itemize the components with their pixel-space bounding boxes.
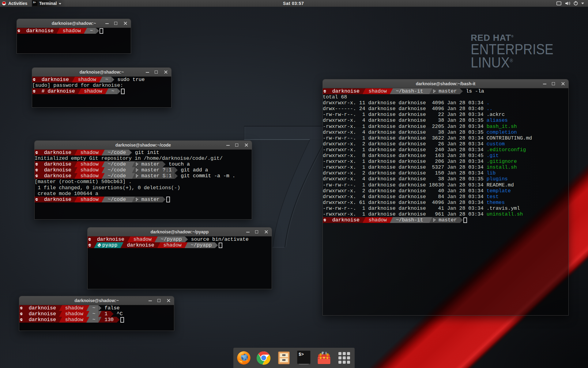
svg-text:$>: $> (299, 352, 304, 357)
